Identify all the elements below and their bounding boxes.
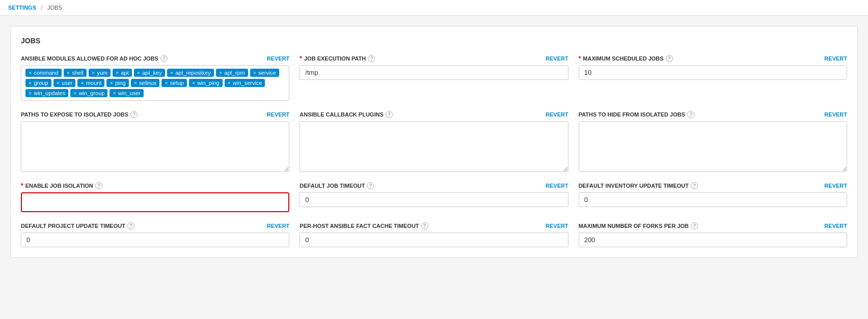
field-max-forks-per-job: MAXIMUM NUMBER OF FORKS PER JOB ? REVERT bbox=[579, 222, 847, 247]
field-ansible-callback-plugins: ANSIBLE CALLBACK PLUGINS ? REVERT bbox=[300, 111, 568, 172]
tag-item[interactable]: × apt bbox=[113, 69, 132, 77]
field-ansible-modules: ANSIBLE MODULES ALLOWED FOR AD HOC JOBS … bbox=[21, 55, 289, 101]
revert-default-project-update-timeout[interactable]: REVERT bbox=[267, 223, 290, 229]
input-job-execution-path[interactable] bbox=[300, 65, 568, 80]
tag-item[interactable]: × shell bbox=[64, 69, 87, 77]
tag-remove-icon[interactable]: × bbox=[134, 80, 137, 86]
tag-remove-icon[interactable]: × bbox=[170, 70, 173, 76]
help-icon-max-forks-per-job[interactable]: ? bbox=[691, 222, 698, 229]
tag-item[interactable]: × win_ping bbox=[189, 79, 223, 87]
tag-item[interactable]: × win_user bbox=[110, 89, 143, 97]
help-icon-enable-job-isolation[interactable]: ? bbox=[95, 182, 102, 189]
help-icon-per-host-fact-cache-timeout[interactable]: ? bbox=[421, 222, 428, 229]
tag-item[interactable]: × setup bbox=[161, 79, 186, 87]
textarea-paths-to-hide[interactable] bbox=[579, 121, 847, 172]
input-max-forks-per-job[interactable] bbox=[579, 233, 847, 247]
input-default-project-update-timeout[interactable] bbox=[21, 233, 289, 247]
revert-paths-to-hide[interactable]: REVERT bbox=[824, 111, 847, 118]
help-icon-default-job-timeout[interactable]: ? bbox=[367, 182, 374, 189]
tag-item[interactable]: × win_service bbox=[225, 79, 265, 87]
field-label-row-paths-to-hide: PATHS TO HIDE FROM ISOLATED JOBS ? REVER… bbox=[579, 111, 847, 118]
help-icon-job-execution-path[interactable]: ? bbox=[368, 55, 375, 62]
tag-item[interactable]: × apt_rpm bbox=[216, 69, 248, 77]
field-default-inventory-update-timeout: DEFAULT INVENTORY UPDATE TIMEOUT ? REVER… bbox=[579, 182, 847, 212]
tag-remove-icon[interactable]: × bbox=[116, 70, 119, 76]
help-icon-max-scheduled-jobs[interactable]: ? bbox=[666, 55, 673, 62]
label-job-execution-path: * JOB EXECUTION PATH ? bbox=[300, 55, 375, 62]
revert-max-forks-per-job[interactable]: REVERT bbox=[824, 223, 847, 229]
help-icon-paths-to-expose[interactable]: ? bbox=[130, 111, 138, 118]
tag-remove-icon[interactable]: × bbox=[80, 80, 84, 86]
revert-default-inventory-update-timeout[interactable]: REVERT bbox=[824, 183, 847, 189]
textarea-ansible-callback-plugins[interactable] bbox=[300, 121, 568, 172]
field-label-row-default-inventory-update-timeout: DEFAULT INVENTORY UPDATE TIMEOUT ? REVER… bbox=[579, 182, 847, 189]
field-max-scheduled-jobs: * MAXIMUM SCHEDULED JOBS ? REVERT bbox=[579, 55, 847, 101]
settings-grid: ANSIBLE MODULES ALLOWED FOR AD HOC JOBS … bbox=[21, 55, 847, 247]
label-ansible-callback-plugins: ANSIBLE CALLBACK PLUGINS ? bbox=[300, 111, 392, 118]
input-default-job-timeout[interactable] bbox=[300, 192, 568, 207]
help-icon-default-project-update-timeout[interactable]: ? bbox=[127, 222, 134, 229]
tag-item[interactable]: × group bbox=[25, 79, 51, 87]
label-default-project-update-timeout: DEFAULT PROJECT UPDATE TIMEOUT ? bbox=[21, 222, 134, 229]
breadcrumb: SETTINGS / JOBS bbox=[0, 0, 868, 16]
tag-item[interactable]: × win_group bbox=[70, 89, 107, 97]
tag-remove-icon[interactable]: × bbox=[29, 90, 32, 96]
breadcrumb-settings-link[interactable]: SETTINGS bbox=[8, 5, 36, 11]
revert-paths-to-expose[interactable]: REVERT bbox=[267, 111, 290, 118]
input-per-host-fact-cache-timeout[interactable] bbox=[300, 233, 568, 247]
field-label-row-job-execution-path: * JOB EXECUTION PATH ? REVERT bbox=[300, 55, 568, 62]
tag-remove-icon[interactable]: × bbox=[192, 80, 195, 86]
tag-item[interactable]: × selinux bbox=[131, 79, 160, 87]
breadcrumb-current: JOBS bbox=[47, 5, 62, 11]
tags-container-ansible-modules[interactable]: × command× shell× yum× apt× apt_key× apt… bbox=[21, 65, 289, 101]
revert-per-host-fact-cache-timeout[interactable]: REVERT bbox=[546, 223, 568, 229]
input-default-inventory-update-timeout[interactable] bbox=[579, 192, 847, 207]
field-per-host-fact-cache-timeout: PER-HOST ANSIBLE FACT CACHE TIMEOUT ? RE… bbox=[300, 222, 568, 247]
tag-remove-icon[interactable]: × bbox=[110, 80, 113, 86]
revert-job-execution-path[interactable]: REVERT bbox=[546, 55, 568, 62]
revert-ansible-modules[interactable]: REVERT bbox=[267, 55, 290, 62]
tag-remove-icon[interactable]: × bbox=[29, 80, 32, 86]
help-icon-paths-to-hide[interactable]: ? bbox=[687, 111, 694, 118]
tag-remove-icon[interactable]: × bbox=[67, 70, 70, 76]
tag-item[interactable]: × ping bbox=[106, 79, 128, 87]
field-label-row-enable-job-isolation: * ENABLE JOB ISOLATION ? bbox=[21, 182, 289, 189]
tag-item[interactable]: × apt_repository bbox=[167, 69, 214, 77]
textarea-paths-to-expose[interactable] bbox=[21, 121, 289, 172]
field-label-row-max-scheduled-jobs: * MAXIMUM SCHEDULED JOBS ? REVERT bbox=[579, 55, 847, 62]
tag-item[interactable]: × service bbox=[250, 69, 279, 77]
tag-remove-icon[interactable]: × bbox=[219, 70, 222, 76]
required-star-job-execution-path: * bbox=[300, 55, 302, 62]
label-paths-to-expose: PATHS TO EXPOSE TO ISOLATED JOBS ? bbox=[21, 111, 138, 118]
label-default-inventory-update-timeout: DEFAULT INVENTORY UPDATE TIMEOUT ? bbox=[579, 182, 698, 189]
tag-item[interactable]: × command bbox=[25, 69, 62, 77]
tag-remove-icon[interactable]: × bbox=[137, 70, 140, 76]
tag-remove-icon[interactable]: × bbox=[228, 80, 231, 86]
label-paths-to-hide: PATHS TO HIDE FROM ISOLATED JOBS ? bbox=[579, 111, 694, 118]
tag-item[interactable]: × user bbox=[53, 79, 76, 87]
label-enable-job-isolation: * ENABLE JOB ISOLATION ? bbox=[21, 182, 102, 189]
tag-remove-icon[interactable]: × bbox=[57, 80, 60, 86]
field-default-project-update-timeout: DEFAULT PROJECT UPDATE TIMEOUT ? REVERT bbox=[21, 222, 289, 247]
tag-remove-icon[interactable]: × bbox=[165, 80, 168, 86]
tag-item[interactable]: × apt_key bbox=[134, 69, 165, 77]
tag-remove-icon[interactable]: × bbox=[113, 90, 116, 96]
tag-remove-icon[interactable]: × bbox=[92, 70, 95, 76]
revert-ansible-callback-plugins[interactable]: REVERT bbox=[546, 111, 568, 118]
tag-remove-icon[interactable]: × bbox=[253, 70, 256, 76]
help-icon-ansible-callback-plugins[interactable]: ? bbox=[386, 111, 393, 118]
tag-item[interactable]: × yum bbox=[89, 69, 111, 77]
field-enable-job-isolation: * ENABLE JOB ISOLATION ? bbox=[21, 182, 289, 212]
tag-item[interactable]: × win_updates bbox=[25, 89, 68, 97]
revert-max-scheduled-jobs[interactable]: REVERT bbox=[824, 55, 847, 62]
tag-remove-icon[interactable]: × bbox=[73, 90, 76, 96]
revert-default-job-timeout[interactable]: REVERT bbox=[546, 183, 568, 189]
card-title: JOBS bbox=[21, 37, 847, 45]
input-max-scheduled-jobs[interactable] bbox=[579, 65, 847, 80]
help-icon-default-inventory-update-timeout[interactable]: ? bbox=[691, 182, 698, 189]
help-icon-ansible-modules[interactable]: ? bbox=[160, 55, 168, 62]
tag-item[interactable]: × mount bbox=[77, 79, 104, 87]
tag-remove-icon[interactable]: × bbox=[29, 70, 32, 76]
label-per-host-fact-cache-timeout: PER-HOST ANSIBLE FACT CACHE TIMEOUT ? bbox=[300, 222, 428, 229]
field-label-row-ansible-callback-plugins: ANSIBLE CALLBACK PLUGINS ? REVERT bbox=[300, 111, 568, 118]
